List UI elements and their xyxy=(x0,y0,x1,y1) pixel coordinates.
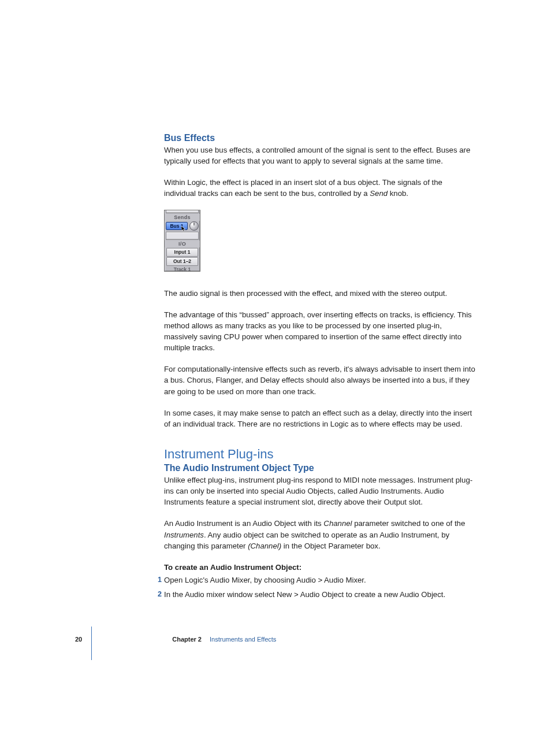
heading-audio-instrument-type: The Audio Instrument Object Type xyxy=(164,463,476,473)
step-item: 1Open Logic's Audio Mixer, by choosing A… xyxy=(164,574,476,586)
page-footer: 20 Chapter 2 Instruments and Effects xyxy=(75,636,479,643)
bus-button[interactable]: Bus 1 xyxy=(166,222,188,230)
steps-list: 1Open Logic's Audio Mixer, by choosing A… xyxy=(164,574,476,601)
para: For computationally-intensive effects su… xyxy=(164,364,476,396)
text: knob. xyxy=(388,189,408,198)
para: Within Logic, the effect is placed in an… xyxy=(164,177,476,199)
channel-strip: Sends Bus 1 I/O Input 1 Out 1–2 Track 1 xyxy=(164,210,200,272)
para: The audio signal is then processed with … xyxy=(164,288,476,299)
output-field[interactable]: Out 1–2 xyxy=(166,257,198,266)
bus-button-text: Bus 1 xyxy=(170,223,183,229)
step-text: In the Audio mixer window select New > A… xyxy=(164,590,445,599)
send-knob[interactable] xyxy=(189,221,199,231)
para: In some cases, it may make sense to patc… xyxy=(164,407,476,429)
para: The advantage of this “bussed” approach,… xyxy=(164,309,476,354)
em-channel: Channel xyxy=(323,519,352,528)
heading-instrument-plugins: Instrument Plug-ins xyxy=(164,447,476,462)
em-channel-paren: (Channel) xyxy=(248,542,281,550)
page-number: 20 xyxy=(75,636,82,643)
insert-slot xyxy=(166,210,199,213)
input-field[interactable]: Input 1 xyxy=(166,248,198,257)
sends-label: Sends xyxy=(165,214,200,221)
em-send: Send xyxy=(370,189,388,198)
io-label: I/O xyxy=(165,240,200,247)
send-slot-empty xyxy=(166,232,199,240)
heading-bus-effects: Bus Effects xyxy=(164,133,476,143)
steps-heading: To create an Audio Instrument Object: xyxy=(164,562,476,573)
step-text: Open Logic's Audio Mixer, by choosing Au… xyxy=(164,576,366,584)
para: When you use bus effects, a controlled a… xyxy=(164,144,476,166)
footer-rule xyxy=(91,627,92,660)
text: parameter switched to one of the xyxy=(352,519,465,528)
chapter-label: Chapter 2 xyxy=(172,636,202,643)
em-instruments: Instruments xyxy=(164,531,204,539)
text: in the Object Parameter box. xyxy=(281,542,381,550)
para: An Audio Instrument is an Audio Object w… xyxy=(164,518,476,551)
text: An Audio Instrument is an Audio Object w… xyxy=(164,519,323,528)
step-item: 2In the Audio mixer window select New > … xyxy=(164,588,476,601)
page-content: Bus Effects When you use bus effects, a … xyxy=(164,133,476,603)
send-row: Bus 1 xyxy=(165,221,200,231)
track-label: Track 1 xyxy=(165,266,200,271)
para: Unlike effect plug-ins, instrument plug-… xyxy=(164,475,476,507)
chapter-title: Instruments and Effects xyxy=(210,636,276,643)
figure-channel-strip: Sends Bus 1 I/O Input 1 Out 1–2 Track 1 xyxy=(164,210,476,272)
step-number: 1 xyxy=(154,574,162,585)
step-number: 2 xyxy=(154,588,162,600)
